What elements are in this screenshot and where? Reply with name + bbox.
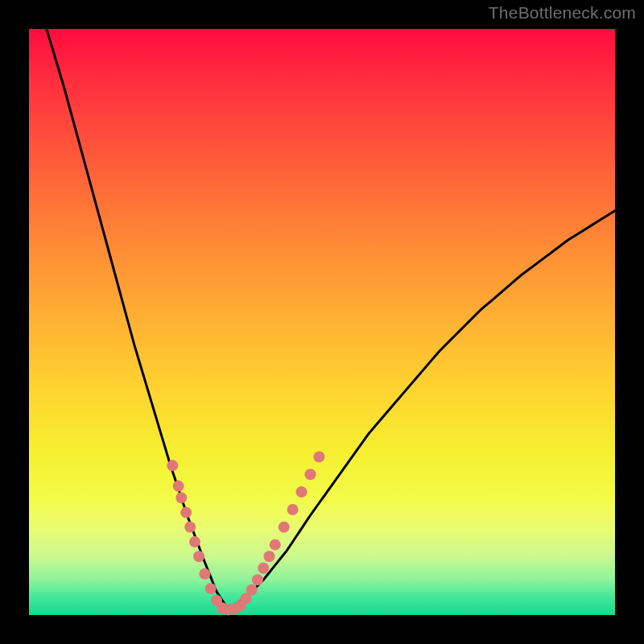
marker-dot	[180, 507, 192, 518]
marker-dot	[270, 539, 281, 551]
marker-dot	[287, 504, 299, 515]
marker-dot	[184, 522, 196, 533]
chart-frame: TheBottleneck.com	[0, 0, 644, 644]
marker-dot	[189, 536, 200, 547]
marker-dot	[252, 574, 263, 585]
marker-dot	[246, 584, 258, 596]
marker-dot	[263, 551, 275, 562]
marker-dot	[296, 486, 308, 497]
marker-dot	[258, 563, 269, 574]
plot-area	[29, 29, 615, 615]
marker-dot	[175, 492, 187, 503]
bottleneck-curve	[29, 29, 615, 615]
marker-dot	[199, 568, 210, 580]
marker-dot	[313, 451, 324, 462]
series-right-branch	[229, 211, 615, 609]
marker-dot	[205, 583, 217, 594]
series-left-branch	[47, 29, 229, 609]
curve-lines	[47, 29, 615, 609]
marker-dot	[279, 522, 290, 533]
watermark-text: TheBottleneck.com	[489, 3, 636, 23]
curve-markers	[167, 451, 324, 615]
marker-dot	[304, 469, 316, 480]
marker-dot	[173, 481, 184, 492]
marker-dot	[193, 551, 204, 562]
marker-dot	[167, 460, 178, 471]
